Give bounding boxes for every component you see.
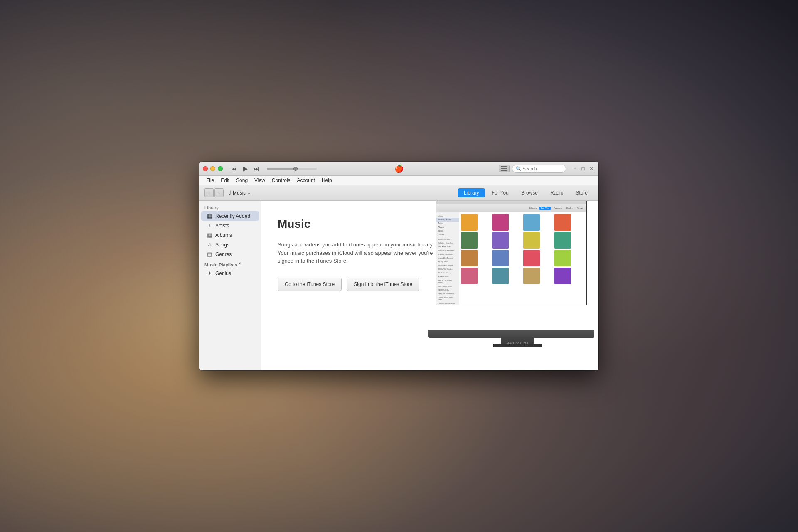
os-window-controls: − □ ✕	[571, 165, 595, 172]
mini-sidebar-playlist13: EDM Work Out	[436, 288, 459, 292]
mini-sidebar-recently-added: Recently Added	[436, 218, 459, 222]
close-button[interactable]	[203, 166, 208, 171]
mini-album-10	[523, 250, 540, 266]
music-description: Songs and videos you add to iTunes appea…	[278, 241, 436, 265]
genres-icon: ▤	[206, 251, 213, 257]
mini-navbar: Library For You Browse Radio Store	[436, 204, 586, 212]
back-button[interactable]: ‹	[204, 188, 214, 197]
mini-sidebar-playlist4: The Mic. Radiohead	[436, 252, 459, 256]
mini-sidebar: Library Recently Added Artists Albums So…	[436, 212, 459, 305]
sidebar-label-recently-added: Recently Added	[215, 213, 250, 219]
sidebar-playlists-header[interactable]: Music Playlists ˅	[200, 259, 261, 268]
mini-sidebar-playlist11: Best of The Rolling Stones	[436, 278, 459, 284]
sidebar-item-songs[interactable]: ♫ Songs	[201, 240, 259, 249]
mini-tab-radio: Radio	[564, 207, 574, 210]
mini-sidebar-playlist6: My Top Rated	[436, 260, 459, 264]
menu-song[interactable]: Song	[233, 176, 251, 185]
tab-browse[interactable]: Browse	[515, 188, 544, 197]
mini-album-0	[461, 214, 478, 231]
laptop-screen: Library For You Browse Radio Store Libra…	[436, 201, 586, 305]
mini-album-4	[461, 232, 478, 249]
macbook-label: MacBook Pro	[506, 342, 528, 345]
transport-controls: ⏮ ▶ ⏭	[229, 164, 317, 173]
minimize-os-button[interactable]: −	[571, 165, 579, 172]
search-box[interactable]: 🔍	[512, 165, 566, 173]
sidebar-item-albums[interactable]: ▦ Albums	[201, 230, 259, 240]
source-name: Music	[233, 190, 246, 196]
tab-library[interactable]: Library	[458, 188, 485, 197]
menu-view[interactable]: View	[251, 176, 268, 185]
nav-arrows: ‹ ›	[204, 188, 224, 197]
progress-bar	[267, 168, 317, 170]
close-os-button[interactable]: ✕	[588, 165, 595, 172]
forward-button[interactable]: ⏭	[252, 165, 261, 173]
menu-controls[interactable]: Controls	[268, 176, 294, 185]
sidebar-label-albums: Albums	[215, 232, 232, 238]
mini-sidebar-playlist15: Classic Rock Dinner Party	[436, 296, 459, 301]
artists-icon: ♪	[206, 222, 213, 229]
itunes-window: ⏮ ▶ ⏭ 🍎 🔍 − □ ✕	[200, 162, 598, 370]
mini-album-6	[523, 232, 540, 249]
sidebar: Library ▦ Recently Added ♪ Artists ▦ Alb…	[200, 201, 261, 370]
sidebar-item-artists[interactable]: ♪ Artists	[201, 221, 259, 230]
forward-button[interactable]: ›	[214, 188, 224, 197]
apple-logo: 🍎	[394, 164, 404, 173]
mini-sidebar-albums: Albums	[436, 225, 459, 229]
source-dropdown-icon: ⌄	[247, 190, 251, 195]
menu-account[interactable]: Account	[294, 176, 318, 185]
mini-sidebar-playlist10: 90s Mori Rock	[436, 275, 459, 278]
mini-album-3	[554, 214, 571, 231]
music-note-icon: ♩	[229, 190, 231, 196]
menu-edit[interactable]: Edit	[217, 176, 233, 185]
nav-tabs: Library For You Browse Radio Store	[458, 188, 594, 197]
menu-file[interactable]: File	[203, 176, 217, 185]
sidebar-label-genius: Genius	[215, 271, 231, 276]
sidebar-item-genres[interactable]: ▤ Genres	[201, 249, 259, 259]
mini-album-11	[554, 250, 571, 266]
menu-button[interactable]	[499, 165, 510, 172]
signin-store-button[interactable]: Sign in to the iTunes Store	[347, 278, 419, 291]
tab-for-you[interactable]: For You	[486, 188, 515, 197]
mini-sidebar-playlist14: Party 90s Soundtrack	[436, 292, 459, 296]
mini-album-15	[554, 268, 571, 284]
restore-os-button[interactable]: □	[579, 165, 587, 172]
mini-sidebar-playlist9: 80s Political Songs	[436, 271, 459, 275]
mini-content-grid	[459, 212, 586, 305]
sidebar-label-genres: Genres	[215, 251, 232, 257]
source-selector[interactable]: ♩ Music ⌄	[229, 190, 251, 196]
mini-sidebar-playlist12: Best Hottest Songs	[436, 284, 459, 288]
mini-sidebar-songs: Songs	[436, 229, 459, 233]
mini-sidebar-playlist8: 2000s R&B Singles	[436, 267, 459, 271]
mini-album-14	[523, 268, 540, 284]
minimize-button[interactable]	[210, 166, 215, 171]
mini-sidebar-playlist2: New Artists Indie	[436, 245, 459, 249]
window-controls	[203, 166, 223, 171]
sidebar-item-genius[interactable]: ✦ Genius	[201, 268, 259, 278]
mini-sidebar-playlist5: Inspired by: Maynor	[436, 256, 459, 260]
mini-album-2	[523, 214, 540, 231]
goto-store-button[interactable]: Go to the iTunes Store	[278, 278, 342, 291]
rewind-button[interactable]: ⏮	[229, 165, 239, 173]
mini-album-5	[492, 232, 509, 249]
sidebar-section-library: Library	[200, 204, 261, 211]
tab-radio[interactable]: Radio	[544, 188, 569, 197]
mini-main: Library Recently Added Artists Albums So…	[436, 212, 586, 305]
mini-sidebar-playlist16: Favorite Movies Songs	[436, 301, 459, 305]
search-input[interactable]	[522, 166, 562, 171]
menu-help[interactable]: Help	[318, 176, 335, 185]
main-content: Library ▦ Recently Added ♪ Artists ▦ Alb…	[200, 201, 598, 370]
mini-album-13	[492, 268, 509, 284]
laptop-illustration: Library For You Browse Radio Store Libra…	[428, 201, 598, 350]
mini-sidebar-playlist7: Top 25 Most Played	[436, 264, 459, 267]
mini-tab-library: Library	[527, 207, 538, 210]
laptop-base	[428, 330, 594, 338]
play-button[interactable]: ▶	[241, 164, 249, 173]
search-icon: 🔍	[516, 166, 521, 171]
tab-store[interactable]: Store	[570, 188, 594, 197]
recently-added-icon: ▦	[206, 213, 213, 219]
sidebar-item-recently-added[interactable]: ▦ Recently Added	[201, 211, 259, 221]
maximize-button[interactable]	[218, 166, 223, 171]
titlebar: ⏮ ▶ ⏭ 🍎 🔍 − □ ✕	[200, 162, 598, 176]
titlebar-right: 🔍 − □ ✕	[499, 165, 595, 173]
mini-sidebar-artists: Artists	[436, 222, 459, 225]
